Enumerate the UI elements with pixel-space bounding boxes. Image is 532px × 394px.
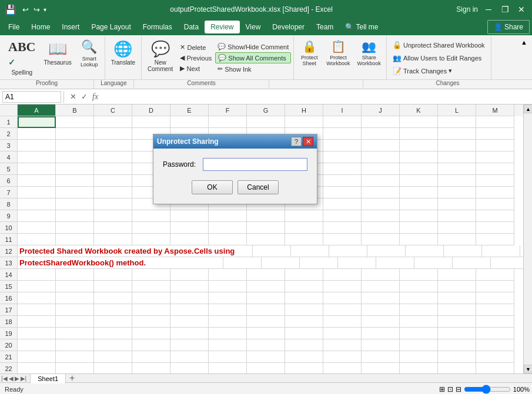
thesaurus-icon: 📖 — [48, 40, 67, 58]
layout-break-icon[interactable]: ⊟ — [456, 385, 461, 393]
menu-formulas[interactable]: Formulas — [137, 21, 178, 33]
spelling-button[interactable]: ABC✓ Spelling — [5, 38, 39, 78]
protect-workbook-button[interactable]: 📋 ProtectWorkbook — [323, 38, 353, 78]
dialog-help-button[interactable]: ? — [291, 137, 302, 146]
show-hide-comment-button[interactable]: 💬 Show/Hide Comment — [215, 42, 291, 52]
proofing-group: ABC✓ Spelling 📖 Thesaurus 🔍 SmartLookup — [2, 36, 105, 79]
restore-button[interactable]: ❐ — [499, 4, 511, 15]
new-comment-label: NewComment — [148, 59, 173, 72]
protect-label — [269, 80, 363, 89]
sheet-nav-first[interactable]: |◀ — [1, 375, 8, 382]
sheet-nav-next[interactable]: ▶ — [15, 375, 19, 382]
ribbon: ABC✓ Spelling 📖 Thesaurus 🔍 SmartLookup … — [0, 35, 532, 89]
save-icon[interactable]: 💾 — [5, 4, 16, 15]
comments-label: Comments — [134, 80, 269, 89]
protect-group: 🔒 ProtectSheet 📋 ProtectWorkbook 👥 Share… — [294, 36, 387, 79]
dialog-overlay: Unprotect Sharing ? ✕ Password: OK Cance… — [0, 105, 532, 373]
smart-lookup-icon: 🔍 — [81, 39, 97, 55]
menu-team[interactable]: Team — [310, 21, 339, 33]
dialog-titlebar: Unprotect Sharing ? ✕ — [153, 134, 317, 149]
menu-bar: File Home Insert Page Layout Formulas Da… — [0, 19, 532, 35]
password-input[interactable] — [203, 158, 307, 171]
spelling-icon: ABC✓ — [8, 40, 35, 68]
share-workbook-label: ShareWorkbook — [357, 55, 381, 66]
main-area: A B C D E F G H I J K L M 12345678910111… — [0, 105, 532, 373]
show-ink-button[interactable]: ✏ Show Ink — [215, 64, 291, 74]
minimize-button[interactable]: ─ — [483, 4, 494, 15]
add-sheet-button[interactable]: + — [66, 373, 78, 383]
menu-page-layout[interactable]: Page Layout — [85, 21, 136, 33]
cancel-button[interactable]: Cancel — [237, 180, 279, 194]
sheet1-tab[interactable]: Sheet1 — [30, 373, 66, 383]
share-button[interactable]: 👤 Share — [487, 20, 530, 34]
language-label: Language — [94, 80, 134, 89]
dialog-close-button[interactable]: ✕ — [303, 137, 313, 146]
track-changes-button[interactable]: 📝 Track Changes ▾ — [389, 65, 488, 77]
translate-label: Translate — [111, 59, 135, 66]
proofing-label: Proofing — [0, 80, 94, 89]
track-changes-icon: 📝 — [393, 67, 401, 75]
layout-page-icon[interactable]: ⊡ — [447, 385, 453, 393]
track-changes-dropdown[interactable]: ▾ — [449, 67, 452, 75]
next-comment-button[interactable]: ▶ Next — [178, 63, 214, 73]
formula-input[interactable] — [102, 91, 530, 103]
delete-comment-button[interactable]: ✕ Delete — [178, 42, 214, 52]
protect-workbook-icon: 📋 — [331, 39, 346, 53]
translate-icon: 🌐 — [113, 40, 132, 58]
show-ink-icon: ✏ — [218, 65, 223, 73]
thesaurus-button[interactable]: 📖 Thesaurus — [40, 38, 75, 78]
formula-bar: ✕ ✓ fx — [0, 89, 532, 105]
signin-button[interactable]: Sign in — [456, 5, 478, 14]
new-comment-button[interactable]: 💬 NewComment — [144, 38, 176, 78]
comment-show-actions: 💬 Show/Hide Comment 💬 Show All Comments … — [215, 38, 291, 78]
zoom-percent: 100% — [513, 386, 530, 393]
menu-developer[interactable]: Developer — [266, 21, 310, 33]
dialog-buttons: OK Cancel — [163, 180, 307, 194]
sheet-nav-last[interactable]: ▶| — [21, 375, 27, 382]
close-button[interactable]: ✕ — [516, 4, 527, 15]
ok-button[interactable]: OK — [192, 180, 233, 194]
unprotect-shared-button[interactable]: 🔓 Unprotect Shared Workbook — [389, 39, 488, 51]
share-workbook-button[interactable]: 👥 ShareWorkbook — [354, 38, 384, 78]
tell-me[interactable]: 🔍 Tell me — [339, 21, 384, 33]
show-all-comments-button[interactable]: 💬 Show All Comments — [215, 52, 291, 63]
function-icon[interactable]: fx — [91, 92, 99, 102]
previous-comment-button[interactable]: ◀ Previous — [178, 53, 214, 63]
menu-review[interactable]: Review — [205, 21, 239, 33]
previous-icon: ◀ — [180, 54, 185, 62]
zoom-slider[interactable] — [464, 385, 511, 394]
allow-users-button[interactable]: 👥 Allow Users to Edit Ranges — [389, 52, 488, 64]
undo-icon[interactable]: ↩ — [21, 4, 30, 15]
window-title: outputProtectSharedWorkbook.xlsx [Shared… — [46, 5, 456, 14]
dialog-body: Password: OK Cancel — [153, 149, 317, 204]
sheet-nav-prev[interactable]: ◀ — [9, 375, 14, 382]
menu-data[interactable]: Data — [178, 21, 205, 33]
spelling-label: Spelling — [11, 69, 32, 76]
smart-lookup-button[interactable]: 🔍 SmartLookup — [76, 38, 102, 78]
menu-file[interactable]: File — [2, 21, 25, 33]
cell-reference-input[interactable] — [2, 91, 61, 103]
title-bar-left: 💾 ↩ ↪ ▾ — [5, 4, 46, 15]
confirm-formula-icon[interactable]: ✓ — [80, 92, 89, 102]
menu-insert[interactable]: Insert — [56, 21, 85, 33]
layout-normal-icon[interactable]: ⊞ — [439, 385, 445, 393]
protect-sheet-label: ProtectSheet — [301, 55, 318, 66]
delete-icon: ✕ — [180, 43, 185, 51]
horizontal-scrollbar[interactable]: |◀ ◀ ▶ ▶| Sheet1 + — [0, 373, 532, 382]
menu-view[interactable]: View — [240, 21, 267, 33]
thesaurus-label: Thesaurus — [44, 59, 71, 66]
redo-icon[interactable]: ↪ — [32, 4, 41, 15]
smart-lookup-label: SmartLookup — [81, 56, 98, 68]
ribbon-collapse[interactable]: ▲ — [518, 36, 530, 79]
protect-workbook-label: ProtectWorkbook — [326, 55, 350, 66]
track-changes-label: Track Changes — [403, 68, 447, 75]
share-workbook-icon: 👥 — [362, 39, 376, 53]
chevron-up-icon: ▲ — [521, 39, 527, 46]
title-bar: 💾 ↩ ↪ ▾ outputProtectSharedWorkbook.xlsx… — [0, 0, 532, 19]
translate-button[interactable]: 🌐 Translate — [108, 38, 139, 78]
menu-home[interactable]: Home — [25, 21, 56, 33]
formula-icons: ✕ ✓ fx — [69, 92, 99, 102]
unprotect-icon: 🔓 — [393, 41, 401, 49]
cancel-formula-icon[interactable]: ✕ — [69, 92, 78, 102]
protect-sheet-button[interactable]: 🔒 ProtectSheet — [296, 38, 322, 78]
